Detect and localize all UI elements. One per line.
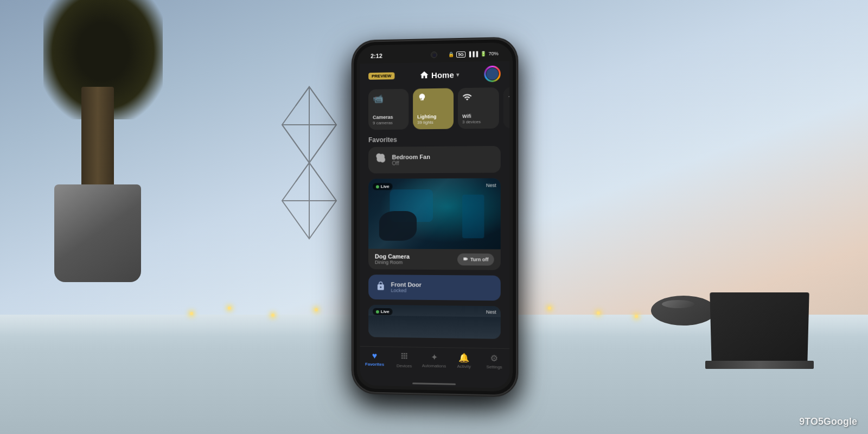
fan-icon (376, 154, 387, 167)
phone-frame: 2:12 🔒 5G ▐▐▐ 🔋 70% PREVIEW (354, 39, 516, 395)
chevron-down-icon: ▾ (456, 72, 459, 78)
more-card-icon: ··· (508, 91, 509, 101)
second-camera-card[interactable]: Live Nest (368, 305, 501, 339)
nav-settings[interactable]: ⚙ Settings (479, 353, 509, 369)
watermark: 9TO5Google (799, 416, 857, 427)
avatar-ring[interactable] (484, 66, 500, 82)
camera-details: Dog Camera Dining Room (375, 253, 410, 265)
lighting-card-icon (417, 93, 449, 105)
driveway-scene (368, 316, 501, 339)
favorites-nav-label: Favorites (365, 362, 384, 367)
bottom-navigation: ♥ Favorites Devices ✦ Automations (360, 346, 509, 384)
cameras-card[interactable]: 📹 Cameras 9 cameras (368, 89, 409, 130)
devices-nav-icon (400, 352, 409, 362)
bedroom-fan-card[interactable]: Bedroom Fan Off (368, 146, 501, 174)
phone-mockup: 2:12 🔒 5G ▐▐▐ 🔋 70% PREVIEW (354, 39, 516, 395)
fairy-light (635, 315, 638, 318)
wifi-count: 3 devices (462, 119, 495, 125)
fairy-light (228, 307, 231, 310)
door-name: Front Door (391, 281, 422, 288)
plant-pot (54, 184, 141, 282)
turn-off-label: Turn off (470, 257, 489, 262)
fairy-light (315, 308, 318, 311)
home-indicator-bar (412, 382, 456, 385)
scroll-content[interactable]: Favorites Bedroom Fan Off (360, 132, 509, 349)
camera-info: Dog Camera Dining Room Turn off (368, 249, 501, 270)
turn-off-button[interactable]: Turn off (457, 253, 494, 265)
network-badge: 5G (456, 51, 465, 57)
door-info: Front Door Locked (391, 281, 422, 293)
door-status: Locked (391, 288, 422, 293)
fairy-light (597, 311, 600, 315)
camera-preview: Live Nest (368, 178, 501, 249)
plant-stem (81, 87, 114, 195)
camera-room: Dining Room (375, 259, 410, 265)
activity-nav-label: Activity (457, 364, 471, 369)
phone-screen: 2:12 🔒 5G ▐▐▐ 🔋 70% PREVIEW (357, 42, 513, 392)
fairy-light (190, 312, 193, 315)
camera-name: Dog Camera (375, 253, 410, 260)
nav-devices[interactable]: Devices (390, 352, 419, 369)
second-live-badge: Live (373, 308, 393, 315)
second-camera-preview: Live Nest (368, 305, 501, 339)
lighting-count: 39 lights (417, 120, 449, 125)
front-door-card[interactable]: Front Door Locked (368, 275, 501, 301)
cameras-label: Cameras (373, 114, 404, 120)
favorites-nav-icon: ♥ (372, 351, 377, 361)
wifi-card[interactable]: Wifi 3 devices (458, 87, 499, 129)
status-time: 2:12 (371, 53, 382, 59)
dog-silhouette (379, 211, 417, 241)
devices-nav-label: Devices (397, 363, 412, 368)
automations-nav-icon: ✦ (431, 352, 438, 362)
camera-lens (433, 54, 436, 57)
settings-nav-label: Settings (486, 365, 502, 370)
second-nest-badge: Nest (486, 309, 496, 315)
lock-icon (376, 281, 386, 293)
camera-card-icon: 📹 (373, 93, 404, 104)
plant-decoration (33, 0, 184, 326)
activity-nav-icon: 🔔 (458, 353, 469, 363)
settings-nav-icon: ⚙ (490, 353, 498, 363)
live-badge: Live (373, 183, 393, 190)
laptop-body (705, 361, 814, 369)
nav-activity[interactable]: 🔔 Activity (449, 352, 480, 369)
camera-off-icon (463, 256, 468, 263)
battery-percent: 70% (489, 51, 499, 56)
fan-status: Off (392, 159, 493, 166)
status-icons: 🔒 5G ▐▐▐ 🔋 70% (448, 50, 499, 58)
lighting-label: Lighting (417, 114, 449, 120)
home-icon (419, 70, 429, 80)
nest-badge: Nest (486, 183, 496, 188)
lighting-card[interactable]: Lighting 39 lights (413, 88, 454, 129)
fairy-light (271, 314, 275, 317)
scene-element-2 (462, 195, 484, 238)
wire-sculpture (266, 81, 353, 271)
wifi-card-icon (462, 92, 495, 104)
fan-info: Bedroom Fan Off (392, 153, 493, 166)
second-live-dot (376, 310, 379, 313)
laptop-screen (710, 292, 809, 363)
battery-icon: 🔋 (480, 51, 486, 56)
speaker-highlight (662, 300, 694, 308)
app-content: PREVIEW Home ▾ 📹 (360, 61, 509, 388)
home-label: Home (431, 70, 454, 80)
laptop (694, 282, 814, 369)
nav-favorites[interactable]: ♥ Favorites (360, 351, 389, 367)
live-text: Live (381, 184, 390, 189)
automations-nav-label: Automations (422, 363, 446, 369)
live-dot (376, 185, 379, 188)
cameras-count: 9 cameras (373, 120, 404, 126)
favorites-section-label: Favorites (368, 135, 501, 144)
dog-camera-card[interactable]: Live Nest Dog Camera Dining Room (368, 178, 501, 270)
avatar (486, 67, 499, 81)
device-cards-row: 📹 Cameras 9 cameras Lig (360, 84, 509, 133)
signal-icon: ▐▐▐ (468, 51, 478, 56)
wifi-label: Wifi (462, 113, 495, 120)
lock-icon: 🔒 (448, 52, 454, 57)
fairy-light (548, 307, 551, 310)
preview-badge: PREVIEW (368, 72, 394, 80)
home-title-area[interactable]: Home ▾ (419, 69, 459, 80)
second-live-text: Live (381, 309, 390, 314)
nav-automations[interactable]: ✦ Automations (419, 352, 449, 369)
more-card[interactable]: ··· (503, 87, 509, 129)
